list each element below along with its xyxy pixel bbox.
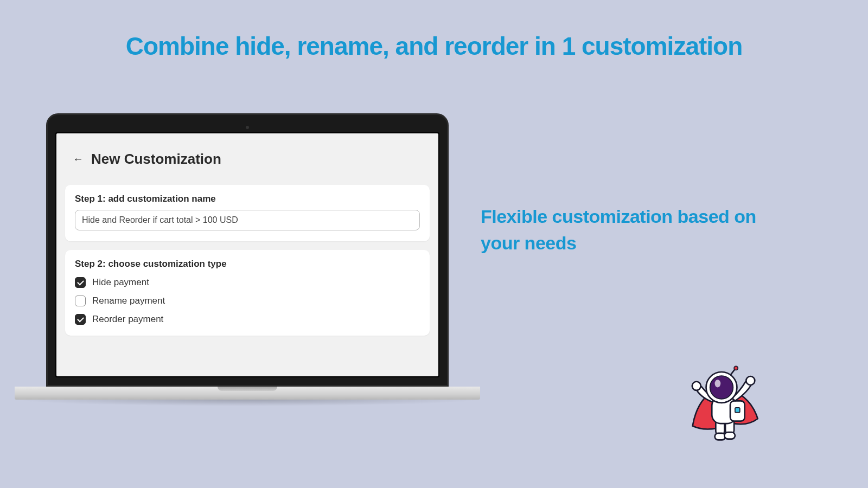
svg-rect-3 — [724, 432, 735, 439]
step2-card: Step 2: choose customization type Hide p… — [65, 250, 430, 336]
screen-title: New Customization — [91, 151, 221, 168]
svg-point-8 — [746, 376, 755, 385]
screen-content: ← New Customization Step 1: add customiz… — [56, 133, 438, 336]
checkbox-reorder-payment[interactable] — [75, 314, 86, 325]
laptop-body: ← New Customization Step 1: add customiz… — [46, 113, 449, 387]
page-heading: Combine hide, rename, and reorder in 1 c… — [0, 31, 868, 61]
step1-card: Step 1: add customization name — [65, 185, 430, 241]
laptop-screen: ← New Customization Step 1: add customiz… — [56, 133, 438, 376]
svg-point-10 — [710, 376, 733, 399]
svg-line-12 — [730, 369, 735, 376]
checkbox-label: Rename payment — [92, 296, 165, 306]
step1-label: Step 1: add customization name — [75, 194, 420, 204]
step2-label: Step 2: choose customization type — [75, 259, 420, 269]
svg-rect-6 — [735, 408, 740, 413]
customization-name-input[interactable] — [75, 210, 420, 230]
laptop-shadow — [15, 400, 480, 406]
screen-header: ← New Customization — [56, 133, 438, 181]
astronaut-mascot-icon — [673, 363, 770, 450]
checkbox-row-rename: Rename payment — [75, 296, 420, 306]
laptop-base — [15, 387, 480, 400]
page-subheading: Flexible customization based on your nee… — [481, 203, 763, 257]
checkbox-row-hide: Hide payment — [75, 277, 420, 288]
checkbox-rename-payment[interactable] — [75, 296, 86, 306]
back-arrow-icon[interactable]: ← — [73, 153, 84, 165]
checkbox-label: Reorder payment — [92, 314, 163, 325]
laptop-notch — [218, 387, 277, 391]
checkbox-row-reorder: Reorder payment — [75, 314, 420, 325]
checkbox-hide-payment[interactable] — [75, 277, 86, 288]
checkbox-label: Hide payment — [92, 277, 149, 288]
laptop-camera-icon — [246, 126, 249, 129]
svg-point-11 — [715, 380, 721, 387]
laptop-screen-bezel: ← New Customization Step 1: add customiz… — [55, 132, 439, 377]
svg-rect-2 — [715, 433, 726, 440]
svg-point-13 — [734, 366, 738, 370]
laptop-camera-area — [55, 123, 439, 132]
laptop-mockup: ← New Customization Step 1: add customiz… — [46, 113, 449, 406]
svg-point-7 — [692, 382, 701, 390]
